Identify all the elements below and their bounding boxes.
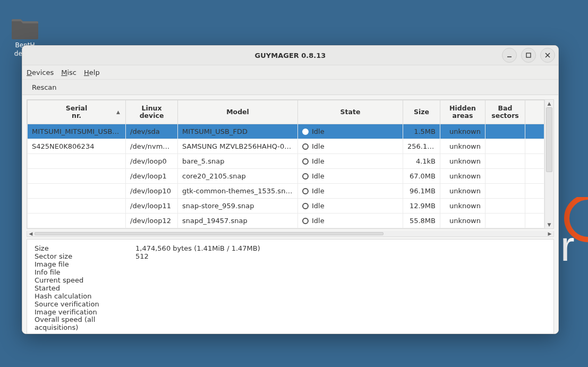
svg-text:r: r	[560, 223, 575, 261]
header-hidden[interactable]: Hidden areas	[440, 100, 485, 124]
toolbar: Rescan	[22, 80, 558, 95]
cell-hidden: unknown	[440, 214, 485, 228]
scroll-left-icon[interactable]: ◀	[27, 231, 35, 236]
idle-state-icon	[302, 203, 309, 209]
cell-bad	[485, 124, 525, 139]
state-text: Idle	[312, 172, 325, 180]
detail-info: Info file	[35, 269, 546, 277]
header-linux[interactable]: Linux device	[126, 100, 178, 124]
close-icon	[544, 52, 551, 58]
horizontal-scrollbar[interactable]: ◀ ▶	[27, 231, 554, 237]
cell-linux: /dev/sda	[126, 124, 178, 139]
cell-bad	[485, 199, 525, 214]
scroll-up-icon[interactable]: ▲	[545, 100, 553, 107]
menubar: Devices Misc Help	[22, 65, 558, 80]
cell-serial: MITSUMI_MITSUMI_USB_FDD	[28, 124, 126, 139]
cell-hidden: unknown	[440, 139, 485, 154]
scroll-down-icon[interactable]: ▼	[545, 221, 553, 228]
cell-extra	[525, 124, 544, 139]
cell-size: 96.1MB	[403, 184, 440, 199]
detail-imgver: Image verification	[35, 309, 546, 317]
rescan-button[interactable]: Rescan	[27, 82, 62, 92]
cell-bad	[485, 169, 525, 184]
cell-state: Idle	[298, 184, 403, 199]
cell-size: 55.8MB	[403, 214, 440, 228]
table-row[interactable]: S425NE0K806234/dev/nvme0n1SAMSUNG MZVLB2…	[28, 139, 544, 154]
detail-panel: Size 1,474,560 bytes (1.41MiB / 1.47MB) …	[27, 239, 554, 334]
cell-extra	[525, 169, 544, 184]
cell-serial: S425NE0K806234	[28, 139, 126, 154]
window-title: GUYMAGER 0.8.13	[255, 52, 326, 59]
vertical-scrollbar[interactable]: ▲ ▼	[544, 100, 553, 228]
menu-help[interactable]: Help	[84, 69, 100, 76]
cell-linux: /dev/loop12	[126, 214, 178, 228]
header-model[interactable]: Model	[178, 100, 298, 124]
idle-state-icon	[302, 188, 309, 194]
cell-model: gtk-common-themes_1535.snap	[178, 184, 298, 199]
cell-linux: /dev/loop0	[126, 154, 178, 169]
cell-size: 12.9MB	[403, 199, 440, 214]
minimize-icon	[506, 52, 513, 58]
cell-size: 1.5MB	[403, 124, 440, 139]
table-row[interactable]: /dev/loop1core20_2105.snapIdle67.0MBunkn…	[28, 169, 544, 184]
table-row[interactable]: /dev/loop11snap-store_959.snapIdle12.9MB…	[28, 199, 544, 214]
cell-state: Idle	[298, 169, 403, 184]
hscroll-thumb[interactable]	[35, 232, 384, 235]
desktop: BentH de4Lib r GUYMAGER 0.8.13 Device	[0, 0, 588, 367]
cell-serial	[28, 154, 126, 169]
header-state[interactable]: State	[298, 100, 403, 124]
cell-extra	[525, 154, 544, 169]
sort-indicator-icon: ▲	[116, 108, 120, 116]
cell-model: SAMSUNG MZVLB256HAHQ-000H1	[178, 139, 298, 154]
cell-serial	[28, 214, 126, 228]
maximize-button[interactable]	[521, 48, 536, 63]
menu-misc[interactable]: Misc	[61, 69, 76, 76]
table-row[interactable]: /dev/loop12snapd_19457.snapIdle55.8MBunk…	[28, 214, 544, 228]
state-text: Idle	[312, 187, 325, 195]
cell-bad	[485, 154, 525, 169]
guymager-window: GUYMAGER 0.8.13 Devices Misc Help Rescan	[22, 45, 559, 334]
cell-bad	[485, 139, 525, 154]
svg-rect-3	[526, 53, 531, 57]
detail-image: Image file	[35, 261, 546, 269]
cell-model: core20_2105.snap	[178, 169, 298, 184]
menu-devices[interactable]: Devices	[27, 69, 54, 76]
cell-state: Idle	[298, 214, 403, 228]
cell-state: Idle	[298, 124, 403, 139]
cell-hidden: unknown	[440, 169, 485, 184]
cell-linux: /dev/loop10	[126, 184, 178, 199]
cell-bad	[485, 214, 525, 228]
detail-sector: Sector size 512	[35, 253, 546, 261]
hscroll-track[interactable]	[35, 231, 546, 236]
vscroll-track[interactable]	[545, 107, 553, 221]
cell-hidden: unknown	[440, 184, 485, 199]
idle-state-icon	[302, 129, 309, 135]
header-serial[interactable]: Serial nr.▲	[28, 100, 126, 124]
idle-state-icon	[302, 158, 309, 165]
table-row[interactable]: MITSUMI_MITSUMI_USB_FDD/dev/sdaMITSUMI_U…	[28, 124, 544, 139]
cell-size: 4.1kB	[403, 154, 440, 169]
titlebar[interactable]: GUYMAGER 0.8.13	[22, 46, 558, 65]
table-row[interactable]: /dev/loop10gtk-common-themes_1535.snapId…	[28, 184, 544, 199]
state-text: Idle	[312, 157, 325, 165]
cell-bad	[485, 184, 525, 199]
cell-hidden: unknown	[440, 124, 485, 139]
folder-icon	[10, 15, 40, 40]
cell-extra	[525, 199, 544, 214]
header-bad[interactable]: Bad sectors	[485, 100, 525, 124]
scroll-right-icon[interactable]: ▶	[546, 231, 553, 236]
header-size[interactable]: Size	[403, 100, 440, 124]
detail-speed: Current speed	[35, 277, 546, 285]
close-button[interactable]	[540, 48, 555, 63]
cell-model: MITSUMI_USB_FDD	[178, 124, 298, 139]
cell-linux: /dev/loop1	[126, 169, 178, 184]
cell-state: Idle	[298, 199, 403, 214]
table-row[interactable]: /dev/loop0bare_5.snapIdle4.1kBunknown	[28, 154, 544, 169]
state-text: Idle	[312, 217, 325, 225]
cell-linux: /dev/loop11	[126, 199, 178, 214]
header-extra[interactable]	[525, 100, 544, 124]
minimize-button[interactable]	[502, 48, 517, 63]
vscroll-thumb[interactable]	[546, 107, 552, 172]
cell-size: 67.0MB	[403, 169, 440, 184]
table-header-row: Serial nr.▲ Linux device Model State Siz…	[28, 100, 544, 124]
